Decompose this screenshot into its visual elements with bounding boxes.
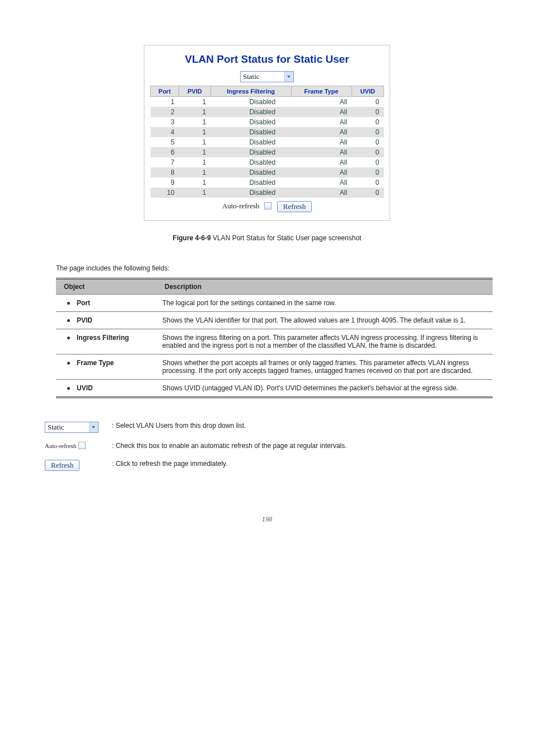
bullet-icon <box>67 362 70 365</box>
widget-select-desc: : Select VLAN Users from this drop down … <box>112 421 512 431</box>
table-row: 71DisabledAll0 <box>151 157 384 167</box>
cell-pvid: 1 <box>179 107 211 117</box>
cell-frame-type: All <box>291 137 352 147</box>
col-ft: Frame Type <box>291 86 352 97</box>
intro-text: The page includes the following fields: <box>56 264 512 272</box>
cell-uvid: 0 <box>352 147 383 157</box>
glossary-term-cell: Ingress Filtering <box>56 329 157 354</box>
cell-uvid: 0 <box>352 107 383 117</box>
cell-pvid: 1 <box>179 147 211 157</box>
cell-ingress: Disabled <box>210 97 291 108</box>
cell-port: 10 <box>151 188 179 198</box>
figure-label: Figure 4-6-9 <box>173 234 211 242</box>
glossary-table: Object Description PortThe logical port … <box>56 278 493 398</box>
vlan-user-select-value: Static <box>241 72 284 82</box>
cell-port: 5 <box>151 137 179 147</box>
chevron-down-icon <box>287 76 291 78</box>
auto-refresh-label-example: Auto-refresh <box>45 442 76 449</box>
panel-title: VLAN Port Status for Static User <box>150 53 384 66</box>
cell-frame-type: All <box>291 157 352 167</box>
cell-uvid: 0 <box>352 157 383 167</box>
widget-refresh-desc: : Click to refresh the page immediately. <box>112 459 512 469</box>
refresh-button[interactable]: Refresh <box>277 201 312 212</box>
auto-refresh-checkbox-example[interactable] <box>78 442 86 449</box>
cell-port: 8 <box>151 167 179 178</box>
table-row: 61DisabledAll0 <box>151 147 384 157</box>
vlan-port-status-panel: VLAN Port Status for Static User Static … <box>144 45 390 221</box>
cell-ingress: Disabled <box>210 147 291 157</box>
table-row: 51DisabledAll0 <box>151 137 384 147</box>
cell-ingress: Disabled <box>210 157 291 167</box>
widget-descriptions: Static : Select VLAN Users from this dro… <box>45 421 512 471</box>
table-row: 81DisabledAll0 <box>151 167 384 178</box>
table-row: 21DisabledAll0 <box>151 107 384 117</box>
cell-ingress: Disabled <box>210 137 291 147</box>
glossary-term-cell: UVID <box>56 380 157 398</box>
figure-caption-text: VLAN Port Status for Static User page sc… <box>211 234 362 242</box>
cell-port: 2 <box>151 107 179 117</box>
col-port: Port <box>151 86 179 97</box>
widget-row-select: Static : Select VLAN Users from this dro… <box>45 421 512 433</box>
cell-uvid: 0 <box>352 117 383 127</box>
cell-frame-type: All <box>291 127 352 137</box>
widget-row-refresh: Refresh : Click to refresh the page imme… <box>45 459 512 471</box>
gloss-col-object: Object <box>56 279 157 295</box>
table-row: 91DisabledAll0 <box>151 178 384 188</box>
user-select-row: Static <box>150 71 384 82</box>
cell-ingress: Disabled <box>210 178 291 188</box>
auto-refresh-checkbox[interactable] <box>264 202 271 209</box>
cell-port: 1 <box>151 97 179 108</box>
refresh-button-example[interactable]: Refresh <box>45 460 79 471</box>
cell-uvid: 0 <box>352 127 383 137</box>
cell-ingress: Disabled <box>210 117 291 127</box>
glossary-row: UVIDShows UVID (untagged VLAN ID). Port'… <box>56 380 493 398</box>
glossary-term: PVID <box>77 316 92 324</box>
glossary-term-cell: Frame Type <box>56 354 157 380</box>
cell-pvid: 1 <box>179 127 211 137</box>
cell-frame-type: All <box>291 178 352 188</box>
col-uvid: UVID <box>352 86 383 97</box>
cell-port: 6 <box>151 147 179 157</box>
vlan-user-select-example[interactable]: Static <box>45 422 99 433</box>
cell-port: 7 <box>151 157 179 167</box>
dropdown-button[interactable] <box>284 72 293 82</box>
vlan-user-select[interactable]: Static <box>240 71 294 82</box>
cell-ingress: Disabled <box>210 127 291 137</box>
gloss-col-desc: Description <box>157 279 493 295</box>
cell-pvid: 1 <box>179 97 211 108</box>
cell-pvid: 1 <box>179 188 211 198</box>
cell-frame-type: All <box>291 107 352 117</box>
bullet-icon <box>67 302 70 305</box>
col-ing: Ingress Filtering <box>210 86 291 97</box>
cell-ingress: Disabled <box>210 188 291 198</box>
table-row: 41DisabledAll0 <box>151 127 384 137</box>
auto-refresh-label: Auto-refresh <box>222 202 259 210</box>
glossary-row: Ingress FilteringShows the ingress filte… <box>56 329 493 354</box>
glossary-term: Frame Type <box>77 359 114 367</box>
glossary-desc-cell: Shows whether the port accepts all frame… <box>157 354 493 380</box>
cell-pvid: 1 <box>179 117 211 127</box>
glossary-row: Frame TypeShows whether the port accepts… <box>56 354 493 380</box>
cell-uvid: 0 <box>352 178 383 188</box>
cell-uvid: 0 <box>352 137 383 147</box>
glossary-term: UVID <box>77 384 93 392</box>
cell-pvid: 1 <box>179 137 211 147</box>
widget-row-auto: Auto-refresh : Check this box to enable … <box>45 441 512 451</box>
screenshot-panel: VLAN Port Status for Static User Static … <box>144 45 390 221</box>
glossary-row: PortThe logical port for the settings co… <box>56 295 493 312</box>
cell-uvid: 0 <box>352 167 383 178</box>
cell-port: 4 <box>151 127 179 137</box>
cell-port: 9 <box>151 178 179 188</box>
glossary-desc-cell: Shows UVID (untagged VLAN ID). Port's UV… <box>157 380 493 398</box>
cell-frame-type: All <box>291 188 352 198</box>
glossary-row: PVIDShows the VLAN identifier for that p… <box>56 312 493 329</box>
chevron-down-icon <box>92 426 96 428</box>
cell-pvid: 1 <box>179 157 211 167</box>
glossary-term-cell: PVID <box>56 312 157 329</box>
dropdown-button[interactable] <box>89 422 98 432</box>
controls-row: Auto-refresh Refresh <box>150 198 384 212</box>
col-pvid: PVID <box>179 86 211 97</box>
cell-frame-type: All <box>291 167 352 178</box>
bullet-icon <box>67 319 70 322</box>
cell-pvid: 1 <box>179 178 211 188</box>
